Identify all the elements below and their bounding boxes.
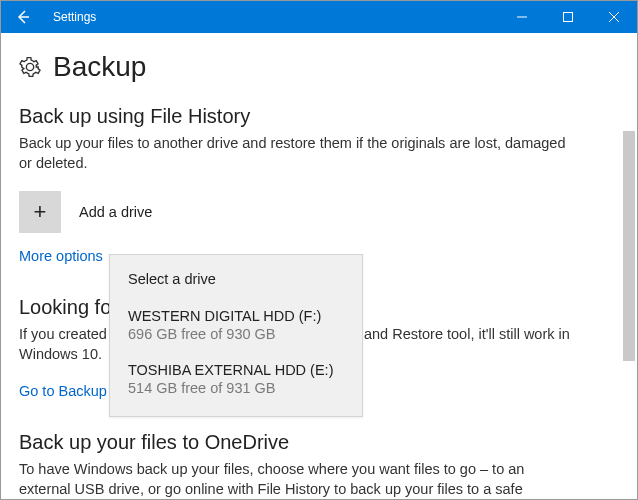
gear-icon bbox=[19, 56, 41, 78]
window-controls bbox=[499, 1, 637, 33]
backup-onedrive-heading: Back up your files to OneDrive bbox=[19, 431, 637, 454]
svg-rect-2 bbox=[564, 13, 573, 22]
drive-name: WESTERN DIGITAL HDD (F:) bbox=[128, 307, 344, 325]
maximize-icon bbox=[563, 12, 573, 22]
settings-window: Settings Backup Back up using File Histo… bbox=[0, 0, 638, 500]
file-history-body: Back up your files to another drive and … bbox=[19, 134, 579, 173]
file-history-heading: Back up using File History bbox=[19, 105, 637, 128]
minimize-icon bbox=[517, 12, 527, 22]
add-drive-button[interactable]: + bbox=[19, 191, 61, 233]
plus-icon: + bbox=[34, 199, 47, 225]
drive-option[interactable]: WESTERN DIGITAL HDD (F:) 696 GB free of … bbox=[128, 307, 344, 343]
drive-option[interactable]: TOSHIBA EXTERNAL HDD (E:) 514 GB free of… bbox=[128, 361, 344, 397]
arrow-left-icon bbox=[15, 9, 31, 25]
close-button[interactable] bbox=[591, 1, 637, 33]
more-options-link[interactable]: More options bbox=[19, 248, 103, 264]
scrollbar-thumb[interactable] bbox=[623, 131, 635, 361]
back-button[interactable] bbox=[1, 1, 45, 33]
drive-free-space: 514 GB free of 931 GB bbox=[128, 379, 344, 397]
minimize-button[interactable] bbox=[499, 1, 545, 33]
window-title: Settings bbox=[53, 10, 96, 24]
page-title: Backup bbox=[53, 51, 146, 83]
backup-onedrive-body: To have Windows back up your files, choo… bbox=[19, 460, 579, 499]
select-drive-popup: Select a drive WESTERN DIGITAL HDD (F:) … bbox=[109, 254, 363, 417]
maximize-button[interactable] bbox=[545, 1, 591, 33]
close-icon bbox=[609, 12, 619, 22]
backup-onedrive-section: Back up your files to OneDrive To have W… bbox=[19, 431, 637, 499]
titlebar: Settings bbox=[1, 1, 637, 33]
add-drive-row: + Add a drive bbox=[19, 191, 637, 233]
add-drive-label: Add a drive bbox=[79, 204, 152, 220]
page-header: Backup bbox=[19, 51, 637, 83]
drive-name: TOSHIBA EXTERNAL HDD (E:) bbox=[128, 361, 344, 379]
select-drive-title: Select a drive bbox=[128, 271, 344, 287]
drive-free-space: 696 GB free of 930 GB bbox=[128, 325, 344, 343]
